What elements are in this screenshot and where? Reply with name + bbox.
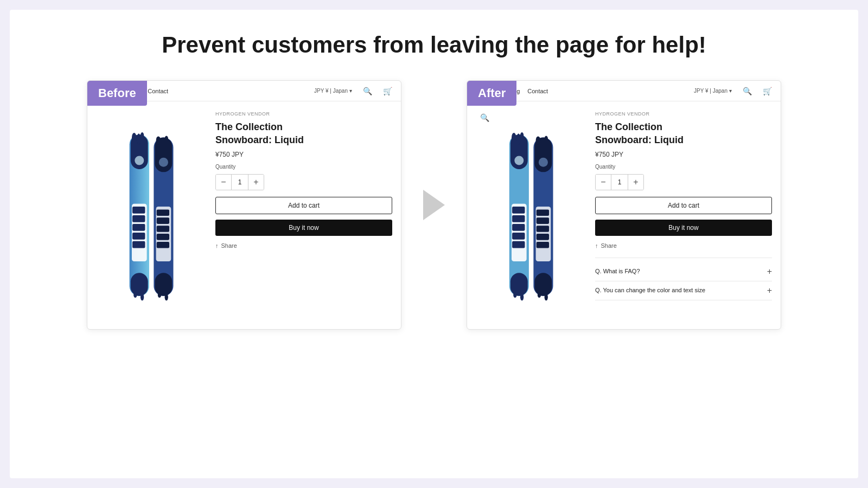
product-title-after: The Collection Snowboard: Liquid bbox=[595, 121, 772, 146]
after-product-area: 🔍 bbox=[467, 101, 781, 329]
svg-rect-51 bbox=[537, 210, 549, 216]
add-to-cart-button-after[interactable]: Add to cart bbox=[595, 197, 772, 214]
cart-icon-after[interactable]: 🛒 bbox=[763, 87, 772, 95]
svg-rect-54 bbox=[537, 234, 549, 240]
after-snowboard-image: 🔍 bbox=[476, 109, 584, 322]
svg-point-6 bbox=[135, 156, 144, 165]
before-product-area: HYDROGEN VENDOR The Collection Snowboard… bbox=[87, 101, 401, 329]
quantity-value-before: 1 bbox=[231, 175, 248, 190]
svg-rect-23 bbox=[157, 218, 169, 224]
vendor-label-after: HYDROGEN VENDOR bbox=[595, 111, 772, 117]
before-panel: Before Home Catalog Contact JPY ¥ | Japa… bbox=[87, 80, 401, 330]
svg-rect-52 bbox=[537, 218, 549, 224]
share-after[interactable]: ↑ Share bbox=[595, 242, 772, 249]
quantity-increase-before[interactable]: + bbox=[248, 175, 264, 190]
svg-point-28 bbox=[158, 292, 161, 298]
quantity-decrease-after[interactable]: − bbox=[596, 175, 611, 190]
before-product-info: HYDROGEN VENDOR The Collection Snowboard… bbox=[215, 109, 392, 322]
before-snowboard-image bbox=[96, 109, 205, 322]
nav-currency-after[interactable]: JPY ¥ | Japan ▾ bbox=[694, 88, 732, 94]
nav-contact-before[interactable]: Contact bbox=[148, 88, 168, 94]
svg-rect-41 bbox=[512, 241, 525, 248]
product-price-after: ¥750 JPY bbox=[595, 151, 772, 158]
svg-rect-53 bbox=[537, 226, 549, 233]
quantity-label-before: Quantity bbox=[215, 164, 392, 170]
quantity-control-after[interactable]: − 1 + bbox=[595, 174, 644, 190]
svg-point-5 bbox=[137, 134, 141, 145]
svg-point-32 bbox=[512, 133, 516, 142]
svg-rect-8 bbox=[132, 207, 145, 214]
svg-point-49 bbox=[539, 158, 548, 167]
vendor-label-before: HYDROGEN VENDOR bbox=[215, 111, 392, 117]
faq-question-2: Q. You can change the color and text siz… bbox=[595, 286, 763, 294]
svg-rect-22 bbox=[157, 210, 169, 216]
after-label: After bbox=[467, 81, 516, 106]
after-product-info: HYDROGEN VENDOR The Collection Snowboard… bbox=[595, 109, 772, 322]
nav-contact-after[interactable]: Contact bbox=[527, 88, 548, 94]
svg-point-35 bbox=[514, 156, 524, 165]
svg-rect-39 bbox=[512, 224, 525, 231]
quantity-decrease-before[interactable]: − bbox=[216, 175, 231, 190]
svg-point-58 bbox=[545, 294, 548, 301]
svg-point-34 bbox=[517, 134, 520, 145]
svg-rect-25 bbox=[157, 234, 169, 240]
buy-now-button-after[interactable]: Buy it now bbox=[595, 220, 772, 236]
svg-point-19 bbox=[165, 136, 168, 142]
svg-point-20 bbox=[159, 158, 168, 167]
svg-rect-55 bbox=[537, 242, 549, 248]
svg-point-57 bbox=[538, 292, 541, 298]
svg-rect-26 bbox=[157, 242, 169, 248]
svg-point-48 bbox=[545, 136, 548, 142]
buy-now-button-before[interactable]: Buy it now bbox=[215, 220, 392, 236]
cart-icon-before[interactable]: 🛒 bbox=[383, 87, 392, 95]
svg-rect-12 bbox=[132, 241, 145, 248]
svg-point-47 bbox=[536, 137, 541, 145]
quantity-value-after: 1 bbox=[611, 175, 628, 190]
share-icon-before: ↑ bbox=[215, 242, 219, 249]
search-icon-before[interactable]: 🔍 bbox=[363, 87, 372, 95]
svg-rect-56 bbox=[535, 273, 552, 297]
faq-section: Q. What is FAQ? + Q. You can change the … bbox=[595, 258, 772, 300]
faq-item-1[interactable]: Q. What is FAQ? + bbox=[595, 262, 772, 281]
svg-rect-10 bbox=[132, 224, 145, 231]
add-to-cart-button-before[interactable]: Add to cart bbox=[215, 197, 392, 214]
nav-currency-before[interactable]: JPY ¥ | Japan ▾ bbox=[314, 88, 352, 94]
product-title-before: The Collection Snowboard: Liquid bbox=[215, 121, 392, 146]
arrow-icon bbox=[423, 190, 445, 220]
svg-rect-27 bbox=[155, 273, 173, 297]
faq-expand-2[interactable]: + bbox=[767, 286, 772, 296]
faq-expand-1[interactable]: + bbox=[767, 267, 772, 277]
svg-rect-9 bbox=[132, 215, 145, 222]
comparison-arrow bbox=[423, 190, 445, 220]
quantity-control-before[interactable]: − 1 + bbox=[215, 174, 264, 190]
svg-point-4 bbox=[141, 132, 144, 139]
quantity-label-after: Quantity bbox=[595, 164, 772, 170]
svg-rect-37 bbox=[512, 207, 525, 214]
svg-point-3 bbox=[132, 133, 137, 142]
svg-point-29 bbox=[165, 294, 168, 301]
quantity-increase-after[interactable]: + bbox=[628, 175, 643, 190]
svg-point-15 bbox=[141, 294, 144, 301]
faq-item-2[interactable]: Q. You can change the color and text siz… bbox=[595, 281, 772, 300]
faq-question-1: Q. What is FAQ? bbox=[595, 267, 763, 275]
before-label: Before bbox=[87, 81, 147, 106]
svg-rect-11 bbox=[132, 233, 145, 240]
svg-point-18 bbox=[156, 137, 161, 145]
after-panel: After Home Catalog Contact JPY ¥ | Japan… bbox=[467, 80, 781, 330]
magnifier-icon[interactable]: 🔍 bbox=[480, 113, 489, 122]
svg-point-44 bbox=[520, 294, 524, 301]
svg-point-43 bbox=[513, 292, 516, 298]
search-icon-after[interactable]: 🔍 bbox=[743, 87, 752, 95]
svg-rect-38 bbox=[512, 215, 525, 222]
svg-point-14 bbox=[133, 292, 137, 298]
share-icon-after: ↑ bbox=[595, 242, 598, 249]
svg-point-33 bbox=[520, 132, 524, 139]
svg-rect-13 bbox=[131, 273, 148, 297]
comparison-row: Before Home Catalog Contact JPY ¥ | Japa… bbox=[42, 80, 826, 330]
main-container: Prevent customers from leaving the page … bbox=[10, 10, 858, 478]
share-before[interactable]: ↑ Share bbox=[215, 242, 392, 249]
headline: Prevent customers from leaving the page … bbox=[162, 31, 706, 59]
svg-rect-40 bbox=[512, 233, 525, 240]
svg-rect-24 bbox=[157, 226, 169, 233]
product-price-before: ¥750 JPY bbox=[215, 151, 392, 158]
